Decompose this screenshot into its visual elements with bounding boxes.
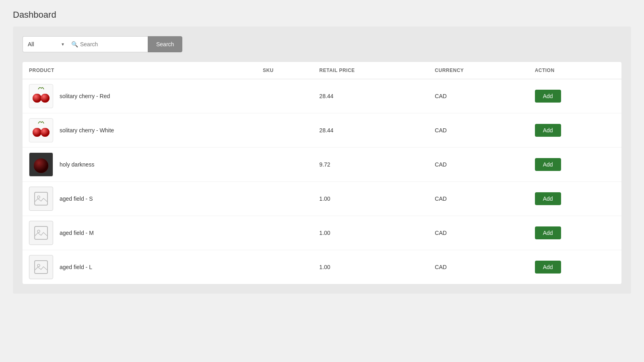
- table-row: aged field - S1.00CADAdd: [23, 182, 621, 216]
- table-row: holy darkness9.72CADAdd: [23, 148, 621, 182]
- product-info: aged field - L: [29, 255, 250, 279]
- product-image: [29, 118, 53, 142]
- add-button[interactable]: Add: [535, 158, 561, 171]
- product-cell-2: solitary cherry - White: [23, 113, 256, 148]
- sku-cell: [256, 216, 313, 250]
- product-name: holy darkness: [60, 161, 94, 168]
- product-name: solitary cherry - Red: [60, 93, 110, 99]
- retail-price-cell: 1.00: [313, 250, 428, 284]
- product-cell-6: aged field - L: [23, 250, 256, 284]
- product-name: solitary cherry - White: [60, 127, 114, 134]
- table-header-row: PRODUCT SKU RETAIL PRICE CURRENCY ACTION: [23, 62, 621, 79]
- product-name: aged field - M: [60, 230, 94, 236]
- search-input[interactable]: [67, 36, 148, 52]
- sku-cell: [256, 79, 313, 113]
- retail-price-cell: 1.00: [313, 216, 428, 250]
- table-row: solitary cherry - Red28.44CADAdd: [23, 79, 621, 113]
- product-image: [29, 152, 53, 177]
- retail-price-cell: 28.44: [313, 79, 428, 113]
- svg-point-10: [34, 158, 48, 173]
- action-cell: Add: [528, 216, 621, 250]
- col-header-retail-price: RETAIL PRICE: [313, 62, 428, 79]
- svg-rect-13: [35, 226, 47, 239]
- product-cell-4: aged field - S: [23, 182, 256, 216]
- col-header-product: PRODUCT: [23, 62, 256, 79]
- action-cell: Add: [528, 148, 621, 182]
- add-button[interactable]: Add: [535, 192, 561, 205]
- add-button[interactable]: Add: [535, 226, 561, 239]
- svg-rect-15: [35, 261, 47, 274]
- currency-cell: CAD: [428, 182, 528, 216]
- action-cell: Add: [528, 182, 621, 216]
- product-table: PRODUCT SKU RETAIL PRICE CURRENCY ACTION: [23, 62, 621, 284]
- svg-point-14: [37, 230, 40, 232]
- sku-cell: [256, 148, 313, 182]
- page-title: Dashboard: [13, 10, 631, 20]
- sku-cell: [256, 250, 313, 284]
- currency-cell: CAD: [428, 113, 528, 148]
- currency-cell: CAD: [428, 216, 528, 250]
- product-name: aged field - L: [60, 264, 92, 270]
- product-image-placeholder: [29, 187, 53, 211]
- product-table-container: PRODUCT SKU RETAIL PRICE CURRENCY ACTION: [23, 62, 621, 284]
- retail-price-cell: 9.72: [313, 148, 428, 182]
- product-info: aged field - M: [29, 221, 250, 245]
- product-image-placeholder: [29, 221, 53, 245]
- action-cell: Add: [528, 113, 621, 148]
- add-button[interactable]: Add: [535, 124, 561, 137]
- currency-cell: CAD: [428, 250, 528, 284]
- product-info: holy darkness: [29, 152, 250, 177]
- col-header-sku: SKU: [256, 62, 313, 79]
- sku-cell: [256, 113, 313, 148]
- svg-point-1: [33, 94, 41, 103]
- action-cell: Add: [528, 250, 621, 284]
- svg-point-16: [37, 264, 40, 267]
- currency-cell: CAD: [428, 148, 528, 182]
- product-image: [29, 84, 53, 108]
- retail-price-cell: 28.44: [313, 113, 428, 148]
- svg-point-12: [37, 196, 40, 198]
- table-row: aged field - L1.00CADAdd: [23, 250, 621, 284]
- add-button[interactable]: Add: [535, 261, 561, 274]
- search-input-wrapper: 🔍: [67, 36, 148, 52]
- search-bar: All Fruits Vegetables Other ▾ 🔍 Search: [23, 36, 621, 52]
- main-content: All Fruits Vegetables Other ▾ 🔍 Search P…: [13, 27, 631, 294]
- action-cell: Add: [528, 79, 621, 113]
- table-row: solitary cherry - White28.44CADAdd: [23, 113, 621, 148]
- col-header-action: ACTION: [528, 62, 621, 79]
- search-button[interactable]: Search: [148, 36, 182, 52]
- category-select-wrapper[interactable]: All Fruits Vegetables Other ▾: [23, 36, 67, 52]
- col-header-currency: CURRENCY: [428, 62, 528, 79]
- search-icon: 🔍: [71, 41, 78, 47]
- product-cell-3: holy darkness: [23, 148, 256, 182]
- currency-cell: CAD: [428, 79, 528, 113]
- svg-point-5: [33, 128, 41, 137]
- product-name: aged field - S: [60, 195, 93, 202]
- svg-point-7: [41, 128, 50, 137]
- product-info: aged field - S: [29, 187, 250, 211]
- retail-price-cell: 1.00: [313, 182, 428, 216]
- product-info: solitary cherry - White: [29, 118, 250, 142]
- table-row: aged field - M1.00CADAdd: [23, 216, 621, 250]
- add-button[interactable]: Add: [535, 90, 561, 103]
- product-cell-1: solitary cherry - Red: [23, 79, 256, 113]
- svg-rect-11: [35, 192, 47, 205]
- page-header: Dashboard: [0, 0, 644, 27]
- svg-point-3: [41, 94, 50, 103]
- product-image-placeholder: [29, 255, 53, 279]
- sku-cell: [256, 182, 313, 216]
- category-select[interactable]: All Fruits Vegetables Other: [23, 36, 67, 52]
- product-info: solitary cherry - Red: [29, 84, 250, 108]
- product-cell-5: aged field - M: [23, 216, 256, 250]
